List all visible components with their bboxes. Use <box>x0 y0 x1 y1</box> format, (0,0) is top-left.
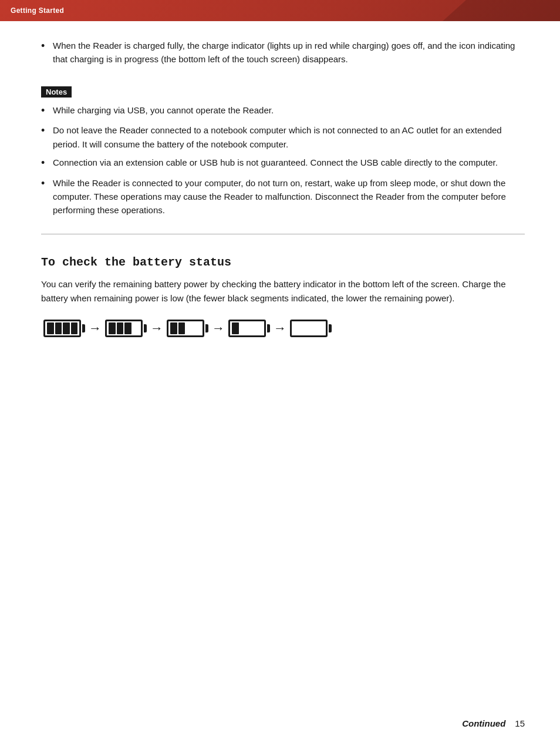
page-header: Getting Started <box>0 0 560 21</box>
battery-seg-empty <box>309 322 316 334</box>
battery-section: To check the battery status You can veri… <box>41 256 525 337</box>
notes-bullet-text-3: Connection via an extension cable or USB… <box>53 156 525 169</box>
battery-seg <box>109 322 116 334</box>
battery-seg <box>71 322 78 334</box>
notes-label: Notes <box>41 86 72 98</box>
battery-body-1 <box>228 320 266 337</box>
intro-bullet-section: • When the Reader is charged fully, the … <box>41 39 525 66</box>
battery-section-heading: To check the battery status <box>41 256 525 269</box>
battery-body-3 <box>105 320 143 337</box>
battery-tip <box>205 324 208 332</box>
battery-seg <box>178 322 185 334</box>
battery-tip <box>329 324 332 332</box>
notes-bullet-1: • While charging via USB, you cannot ope… <box>41 103 525 119</box>
arrow-icon: → <box>212 321 225 336</box>
notes-bullet-4: • While the Reader is connected to your … <box>41 176 525 217</box>
notes-bullet-text-1: While charging via USB, you cannot opera… <box>53 103 525 117</box>
battery-level-3 <box>105 320 147 337</box>
battery-level-1 <box>228 320 270 337</box>
section-divider <box>41 234 525 234</box>
battery-seg <box>63 322 70 334</box>
battery-seg-empty <box>302 322 309 334</box>
battery-seg <box>117 322 124 334</box>
battery-diagram-row: → → <box>43 320 525 337</box>
arrow-icon: → <box>150 321 163 336</box>
battery-seg-empty <box>194 322 201 334</box>
bullet-dot: • <box>41 123 50 139</box>
battery-level-0 <box>290 320 332 337</box>
battery-seg-empty <box>186 322 193 334</box>
arrow-icon: → <box>89 321 102 336</box>
battery-body-2 <box>167 320 204 337</box>
bullet-dot: • <box>41 38 50 55</box>
battery-seg <box>124 322 131 334</box>
battery-level-2 <box>167 320 208 337</box>
battery-tip <box>144 324 147 332</box>
notes-section: • While charging via USB, you cannot ope… <box>41 103 525 217</box>
battery-seg <box>232 322 239 334</box>
battery-seg-empty <box>318 322 325 334</box>
battery-seg <box>170 322 177 334</box>
battery-tip <box>82 324 85 332</box>
battery-body-4 <box>43 320 81 337</box>
battery-seg-empty <box>294 322 301 334</box>
battery-seg-empty <box>248 322 255 334</box>
notes-badge: Notes <box>41 78 525 103</box>
header-title: Getting Started <box>11 6 64 15</box>
battery-tip <box>267 324 270 332</box>
battery-seg-empty <box>133 322 140 334</box>
battery-seg-empty <box>256 322 263 334</box>
battery-body-0 <box>290 320 328 337</box>
battery-seg <box>55 322 62 334</box>
bullet-dot: • <box>41 103 50 119</box>
main-content: • When the Reader is charged fully, the … <box>0 21 560 361</box>
footer-page-number: 15 <box>515 718 525 728</box>
intro-bullet-text-1: When the Reader is charged fully, the ch… <box>53 39 525 66</box>
battery-seg <box>47 322 54 334</box>
notes-bullet-2: • Do not leave the Reader connected to a… <box>41 123 525 151</box>
battery-section-body: You can verify the remaining battery pow… <box>41 277 525 305</box>
battery-seg-empty <box>240 322 247 334</box>
footer-continued-label: Continued <box>462 718 505 728</box>
page-footer: Continued 15 <box>462 718 525 728</box>
bullet-dot: • <box>41 155 50 172</box>
bullet-dot: • <box>41 176 50 192</box>
arrow-icon: → <box>274 321 286 336</box>
notes-bullet-text-4: While the Reader is connected to your co… <box>53 176 525 217</box>
notes-bullet-3: • Connection via an extension cable or U… <box>41 156 525 172</box>
intro-bullet-1: • When the Reader is charged fully, the … <box>41 39 525 66</box>
battery-level-4 <box>43 320 85 337</box>
notes-bullet-text-2: Do not leave the Reader connected to a n… <box>53 123 525 151</box>
